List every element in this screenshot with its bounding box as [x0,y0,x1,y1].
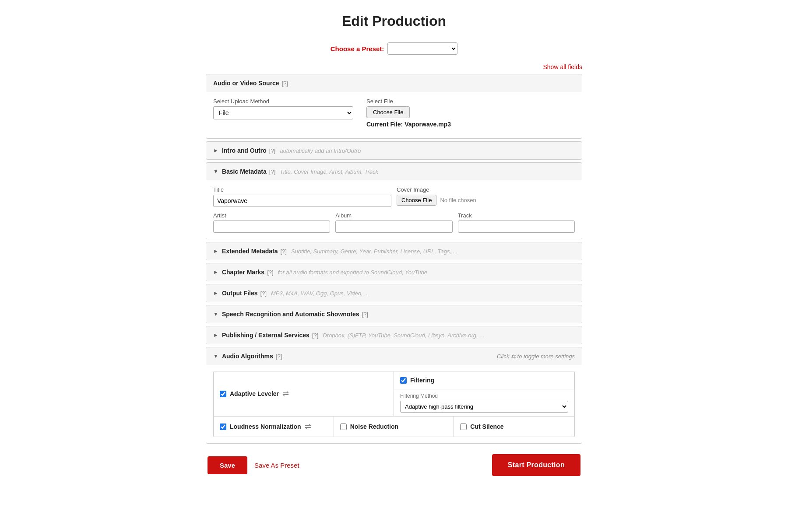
publishing-sub: Dropbox, (S)FTP, YouTube, SoundCloud, Li… [323,332,484,339]
cover-image-choose-btn[interactable]: Choose File [397,195,436,206]
upload-method-group: Select Upload Method File URL Dropbox FT… [213,98,353,119]
audio-algorithms-header[interactable]: ▼ Audio Algorithms [?] Click ⇆ to toggle… [206,347,582,365]
upload-method-label: Select Upload Method [213,98,353,105]
extended-metadata-arrow: ► [213,248,218,254]
output-files-title: Output Files [222,290,258,297]
audio-algorithms-arrow: ▼ [213,353,218,359]
show-all-fields-row: Show all fields [206,63,582,70]
filtering-method-select[interactable]: Adaptive high-pass filtering Static high… [400,401,568,413]
audio-algorithms-body: Adaptive Leveler ⇌ Filtering Filtering M… [206,365,582,443]
basic-metadata-header[interactable]: ▼ Basic Metadata [?] Title, Cover Image,… [206,163,582,180]
chapter-marks-section: ► Chapter Marks [?] for all audio format… [206,263,582,281]
intro-outro-header[interactable]: ► Intro and Outro [?] automatically add … [206,142,582,159]
title-label: Title [213,186,391,193]
loudness-norm-checkbox[interactable] [220,424,226,430]
cut-silence-label: Cut Silence [470,423,503,430]
artist-label: Artist [213,212,330,219]
output-files-section: ► Output Files [?] MP3, M4A, WAV, Ogg, O… [206,284,582,302]
extended-metadata-help[interactable]: [?] [280,248,286,255]
cut-silence-cell: Cut Silence [454,416,574,437]
algo-top-row: Adaptive Leveler ⇌ Filtering Filtering M… [213,371,575,416]
extended-metadata-section: ► Extended Metadata [?] Subtitle, Summar… [206,242,582,260]
publishing-arrow: ► [213,332,218,338]
album-label: Album [335,212,452,219]
start-production-button[interactable]: Start Production [492,454,580,476]
preset-select[interactable]: Default Podcast Music [387,42,457,55]
page-title: Edit Production [206,13,582,29]
audio-source-help[interactable]: [?] [282,80,288,87]
output-files-sub: MP3, M4A, WAV, Ogg, Opus, Video, ... [271,290,369,297]
intro-outro-arrow: ► [213,147,218,154]
noise-reduction-checkbox[interactable] [340,424,347,430]
chapter-marks-arrow: ► [213,269,218,275]
select-file-group: Select File Choose File Current File: Va… [366,98,451,128]
filtering-checkbox[interactable] [400,377,407,384]
adaptive-leveler-cell: Adaptive Leveler ⇌ [214,371,394,416]
loudness-norm-cell: Loudness Normalization ⇌ [214,416,334,437]
chapter-marks-title: Chapter Marks [222,269,264,276]
adaptive-leveler-checkbox[interactable] [220,391,226,397]
save-preset-button[interactable]: Save As Preset [254,460,299,471]
choose-file-button[interactable]: Choose File [366,106,410,118]
speech-recognition-arrow: ▼ [213,311,218,317]
algo-bottom-row: Loudness Normalization ⇌ Noise Reduction… [213,416,575,437]
cover-image-label: Cover Image [397,186,575,193]
filtering-method-label: Filtering Method [400,393,568,399]
bottom-left-actions: Save Save As Preset [208,456,299,474]
intro-outro-sub: automatically add an Intro/Outro [280,147,361,154]
cover-image-row: Choose File No file chosen [397,195,575,206]
output-files-help[interactable]: [?] [260,290,267,297]
algo-toggle-note: Click ⇆ to toggle more settings [497,353,575,360]
audio-algorithms-help[interactable]: [?] [276,353,282,360]
intro-outro-section: ► Intro and Outro [?] automatically add … [206,141,582,160]
save-button[interactable]: Save [208,456,247,474]
publishing-header[interactable]: ► Publishing / External Services [?] Dro… [206,326,582,344]
upload-method-select[interactable]: File URL Dropbox FTP [213,106,353,119]
audio-algorithms-title: Audio Algorithms [222,353,273,360]
audio-source-header[interactable]: Audio or Video Source [?] [206,74,582,92]
artist-field: Artist [213,212,330,233]
basic-metadata-arrow: ▼ [213,168,218,175]
upload-row: Select Upload Method File URL Dropbox FT… [213,98,575,128]
speech-recognition-header[interactable]: ▼ Speech Recognition and Automatic Shown… [206,305,582,323]
title-input[interactable] [213,195,391,207]
extended-metadata-header[interactable]: ► Extended Metadata [?] Subtitle, Summar… [206,242,582,260]
extended-metadata-sub: Subtitle, Summary, Genre, Year, Publishe… [291,248,458,255]
track-label: Track [458,212,575,219]
chapter-marks-help[interactable]: [?] [267,269,273,276]
audio-source-body: Select Upload Method File URL Dropbox FT… [206,92,582,138]
output-files-header[interactable]: ► Output Files [?] MP3, M4A, WAV, Ogg, O… [206,284,582,302]
cut-silence-checkbox[interactable] [460,424,467,430]
noise-reduction-cell: Noise Reduction [334,416,454,437]
loudness-settings-icon[interactable]: ⇌ [305,422,311,431]
bottom-bar: Save Save As Preset Start Production [206,454,582,476]
adaptive-leveler-label: Adaptive Leveler [230,390,279,397]
album-input[interactable] [335,220,452,233]
output-files-arrow: ► [213,290,218,296]
filtering-label: Filtering [410,377,434,384]
speech-recognition-title: Speech Recognition and Automatic Shownot… [222,311,359,318]
audio-source-section: Audio or Video Source [?] Select Upload … [206,74,582,139]
track-input[interactable] [458,220,575,233]
cover-image-field: Cover Image Choose File No file chosen [397,186,575,207]
album-field: Album [335,212,452,233]
artist-input[interactable] [213,220,330,233]
publishing-help[interactable]: [?] [312,332,318,339]
adaptive-leveler-settings-icon[interactable]: ⇌ [282,389,289,399]
title-field: Title [213,186,391,207]
chapter-marks-sub: for all audio formats and exported to So… [278,269,427,276]
chapter-marks-header[interactable]: ► Chapter Marks [?] for all audio format… [206,263,582,281]
intro-outro-help[interactable]: [?] [269,147,275,154]
filtering-row: Filtering [394,371,574,389]
speech-recognition-section: ▼ Speech Recognition and Automatic Shown… [206,305,582,323]
filtering-method-row: Filtering Method Adaptive high-pass filt… [394,389,574,416]
basic-metadata-help[interactable]: [?] [269,168,275,175]
current-file: Current File: Vaporwave.mp3 [366,121,451,128]
basic-metadata-section: ▼ Basic Metadata [?] Title, Cover Image,… [206,162,582,239]
extended-metadata-title: Extended Metadata [222,248,278,255]
preset-row: Choose a Preset: Default Podcast Music [206,42,582,55]
speech-recognition-help[interactable]: [?] [362,311,368,318]
publishing-title: Publishing / External Services [222,332,310,339]
audio-algorithms-section: ▼ Audio Algorithms [?] Click ⇆ to toggle… [206,347,582,444]
show-all-fields-link[interactable]: Show all fields [543,63,583,70]
